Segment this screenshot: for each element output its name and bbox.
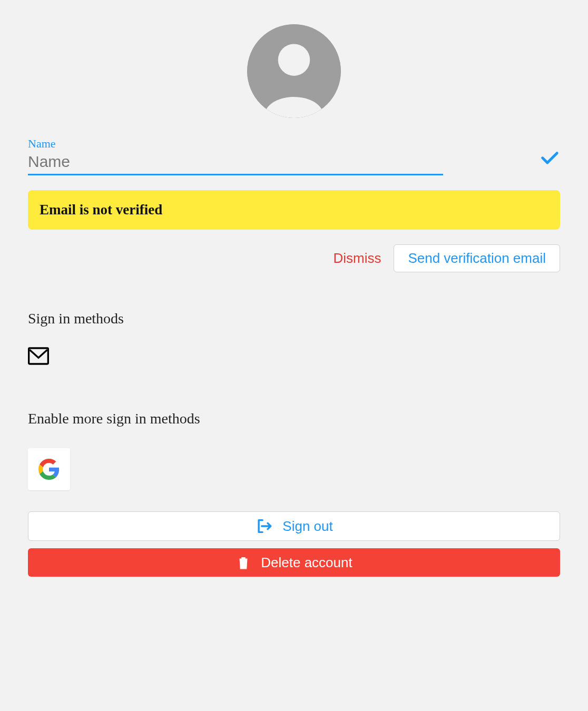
name-input[interactable] [28, 152, 443, 175]
svg-point-1 [278, 44, 310, 76]
send-verification-button[interactable]: Send verification email [394, 244, 560, 272]
google-icon [38, 459, 60, 480]
sign-out-icon [255, 517, 273, 535]
email-icon[interactable] [28, 347, 560, 365]
check-icon [539, 147, 560, 168]
delete-account-label: Delete account [261, 555, 352, 571]
banner-text: Email is not verified [40, 202, 162, 218]
person-icon [247, 24, 341, 118]
name-label: Name [28, 137, 443, 151]
google-signin-tile[interactable] [28, 448, 70, 490]
enable-methods-title: Enable more sign in methods [28, 410, 560, 427]
email-unverified-banner: Email is not verified [28, 190, 560, 230]
svg-rect-2 [29, 348, 48, 364]
sign-out-label: Sign out [282, 518, 332, 535]
signin-methods-title: Sign in methods [28, 310, 560, 327]
delete-account-button[interactable]: Delete account [28, 548, 560, 577]
trash-icon [236, 554, 251, 571]
confirm-name-button[interactable] [539, 147, 560, 168]
avatar[interactable] [247, 24, 341, 118]
dismiss-button[interactable]: Dismiss [331, 246, 383, 271]
sign-out-button[interactable]: Sign out [28, 511, 560, 541]
